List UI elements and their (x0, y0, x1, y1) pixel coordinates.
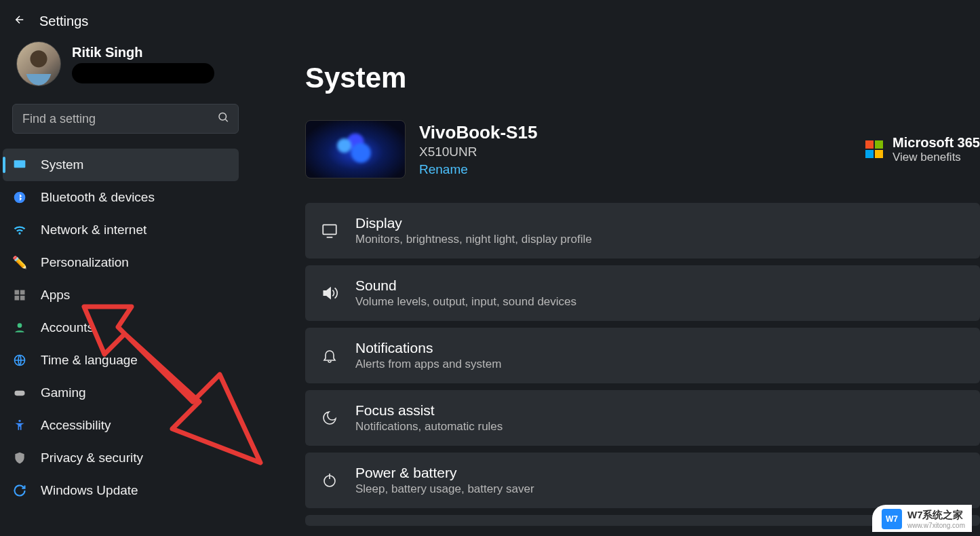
microsoft-logo-icon (865, 140, 883, 158)
sidebar-item-personalization[interactable]: ✏️ Personalization (3, 246, 239, 279)
device-model: X510UNR (419, 145, 537, 159)
sidebar: Ritik Singh System Bluetooth & devices (0, 29, 251, 531)
device-thumbnail (305, 120, 406, 178)
moon-icon (320, 410, 339, 426)
power-icon (320, 472, 339, 489)
person-icon (12, 320, 27, 335)
window-title: Settings (39, 14, 88, 29)
globe-icon (12, 353, 27, 368)
tile-title: Notifications (355, 340, 501, 356)
sidebar-item-label: Gaming (41, 385, 86, 400)
tile-subtitle: Monitors, brightness, night light, displ… (355, 233, 592, 246)
sidebar-item-label: Network & internet (41, 223, 146, 237)
back-button[interactable] (14, 14, 26, 29)
watermark-line1: W7系统之家 (907, 509, 965, 522)
brush-icon: ✏️ (12, 255, 27, 270)
bluetooth-icon (12, 190, 27, 205)
sidebar-item-label: Accessibility (41, 418, 111, 433)
svg-point-7 (18, 323, 22, 328)
grid-icon (12, 288, 27, 303)
sidebar-item-time-language[interactable]: Time & language (3, 344, 239, 377)
display-icon (320, 222, 339, 240)
tile-notifications[interactable]: Notifications Alerts from apps and syste… (305, 328, 980, 383)
sidebar-item-label: Time & language (41, 353, 138, 368)
tile-title: Focus assist (355, 402, 503, 419)
watermark: W7 W7系统之家 www.w7xitong.com (872, 505, 972, 532)
ms365-link: View benefits (893, 151, 980, 164)
sidebar-item-network[interactable]: Network & internet (3, 214, 239, 246)
svg-rect-3 (15, 290, 20, 295)
svg-rect-11 (323, 225, 336, 234)
watermark-line2: www.w7xitong.com (907, 522, 965, 529)
tile-title: Sound (355, 277, 576, 294)
svg-rect-9 (15, 391, 25, 396)
avatar (16, 41, 61, 86)
monitor-icon (12, 157, 27, 172)
accessibility-icon (12, 418, 27, 433)
svg-rect-5 (15, 296, 20, 301)
search-icon (217, 111, 229, 127)
profile-block[interactable]: Ritik Singh (12, 41, 239, 86)
refresh-icon (12, 483, 27, 498)
rename-link[interactable]: Rename (419, 162, 537, 177)
sidebar-item-privacy[interactable]: Privacy & security (3, 442, 239, 474)
wifi-icon (12, 223, 27, 237)
tile-subtitle: Volume levels, output, input, sound devi… (355, 295, 576, 309)
sidebar-item-accounts[interactable]: Accounts (3, 311, 239, 344)
shield-icon (12, 451, 27, 465)
svg-rect-6 (20, 296, 25, 301)
tile-display[interactable]: Display Monitors, brightness, night ligh… (305, 203, 980, 259)
gamepad-icon (12, 385, 27, 400)
search-input[interactable] (12, 104, 239, 134)
sound-icon (320, 284, 339, 302)
sidebar-item-gaming[interactable]: Gaming (3, 377, 239, 409)
tile-subtitle: Sleep, battery usage, battery saver (355, 482, 534, 496)
svg-point-10 (18, 420, 20, 422)
tile-sound[interactable]: Sound Volume levels, output, input, soun… (305, 265, 980, 321)
sidebar-item-apps[interactable]: Apps (3, 279, 239, 311)
sidebar-item-label: Accounts (41, 320, 94, 335)
sidebar-item-windows-update[interactable]: Windows Update (3, 474, 239, 507)
sidebar-item-label: Bluetooth & devices (41, 190, 155, 205)
sidebar-item-bluetooth[interactable]: Bluetooth & devices (3, 181, 239, 214)
main-content: System VivoBook-S15 X510UNR Rename Micro… (251, 29, 980, 531)
profile-name: Ritik Singh (72, 45, 239, 60)
ms365-card[interactable]: Microsoft 365 View benefits (865, 135, 980, 164)
bell-icon (320, 347, 339, 364)
sidebar-item-accessibility[interactable]: Accessibility (3, 409, 239, 442)
svg-rect-4 (20, 290, 25, 295)
sidebar-item-label: Privacy & security (41, 451, 143, 465)
profile-email-redacted (72, 63, 214, 83)
tile-title: Display (355, 215, 592, 231)
sidebar-item-system[interactable]: System (3, 149, 239, 181)
watermark-badge: W7 (882, 509, 902, 529)
page-title: System (305, 62, 980, 94)
ms365-title: Microsoft 365 (893, 135, 980, 151)
sidebar-item-label: System (41, 157, 83, 172)
sidebar-item-label: Windows Update (41, 483, 138, 498)
tile-focus-assist[interactable]: Focus assist Notifications, automatic ru… (305, 390, 980, 446)
tile-subtitle: Notifications, automatic rules (355, 420, 503, 434)
tile-subtitle: Alerts from apps and system (355, 358, 501, 371)
svg-point-0 (219, 113, 227, 121)
tile-title: Power & battery (355, 465, 534, 481)
svg-rect-1 (14, 160, 26, 168)
sidebar-item-label: Apps (41, 288, 70, 303)
tile-power-battery[interactable]: Power & battery Sleep, battery usage, ba… (305, 453, 980, 508)
sidebar-item-label: Personalization (41, 255, 129, 270)
device-name: VivoBook-S15 (419, 122, 537, 143)
